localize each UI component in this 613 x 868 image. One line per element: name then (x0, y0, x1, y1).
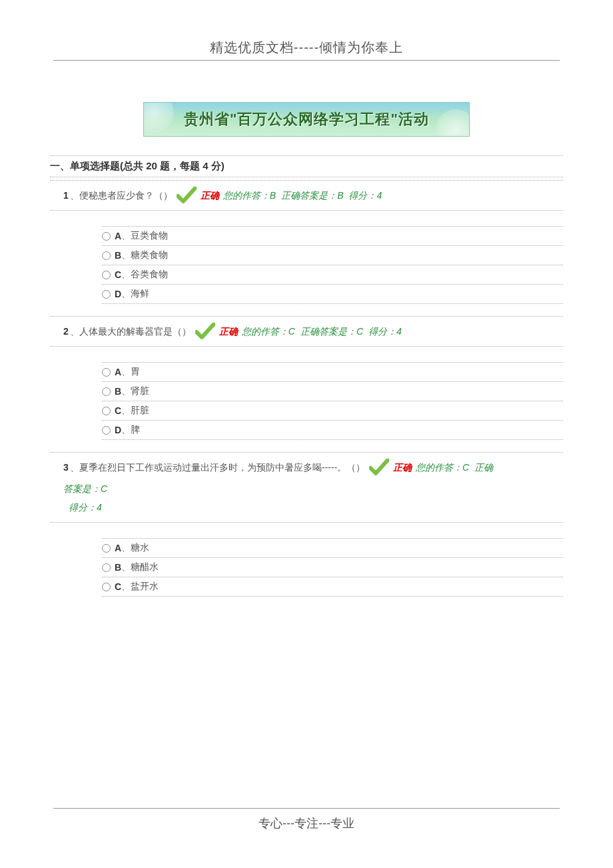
question-number: 3 (63, 458, 69, 477)
radio-icon[interactable] (102, 583, 111, 591)
option-text: 、糖醋水 (121, 561, 159, 573)
question-body: 、人体最大的解毒器官是（） (70, 322, 191, 341)
correct-label: 正确 (393, 458, 412, 477)
radio-icon[interactable] (102, 407, 111, 415)
correct-label: 正确 (201, 186, 219, 205)
header-divider (53, 60, 560, 61)
option-letter: C (115, 269, 121, 280)
correct-label: 正确 (219, 322, 238, 341)
content-area: 一、单项选择题(总共 20 题，每题 4 分) 1 、便秘患者应少食？（） 正确… (50, 155, 563, 597)
checkmark-icon (195, 323, 215, 340)
correct-answer: 正确答案是：C (301, 322, 363, 341)
option-text: 、盐开水 (121, 581, 159, 593)
options-list: A、豆类食物 B、糖类食物 C、谷类食物 D、海鲜 (102, 226, 563, 304)
page-footer: 专心---专注---专业 (0, 808, 613, 831)
option-text: 、脾 (121, 424, 140, 436)
option-a[interactable]: A、胃 (102, 362, 563, 382)
footer-divider (53, 808, 560, 809)
your-answer: 您的作答：C (242, 322, 295, 341)
option-text: 、糖类食物 (121, 249, 168, 261)
question-3: 3 、夏季在烈日下工作或运动过量出汗多时，为预防中暑应多喝-----。（） 正确… (50, 452, 563, 597)
question-number: 1 (63, 186, 69, 205)
correct-answer: 正确答案是：B (281, 186, 343, 205)
option-letter: B (115, 250, 121, 261)
banner-title: 贵州省"百万公众网络学习工程"活动 (184, 109, 429, 129)
option-letter: B (115, 386, 121, 397)
option-letter: A (115, 367, 121, 377)
option-text: 、糖水 (121, 542, 149, 554)
option-text: 、谷类食物 (121, 269, 168, 281)
checkmark-icon (177, 187, 197, 204)
option-text: 、肾脏 (121, 385, 149, 397)
radio-icon[interactable] (102, 387, 111, 396)
score: 得分：4 (69, 498, 102, 517)
your-answer: 您的作答：B (223, 186, 276, 205)
option-d[interactable]: D、海鲜 (102, 284, 563, 304)
option-letter: C (115, 581, 121, 592)
option-c[interactable]: C、谷类食物 (102, 265, 563, 285)
radio-icon[interactable] (102, 232, 111, 241)
option-text: 、肝脏 (121, 405, 149, 417)
option-letter: D (115, 425, 121, 435)
question-text: 1 、便秘患者应少食？（） 正确 您的作答：B 正确答案是：B 得分：4 (50, 180, 563, 211)
option-letter: A (115, 231, 121, 241)
option-b[interactable]: B、糖醋水 (102, 557, 563, 577)
option-text: 、海鲜 (121, 288, 149, 300)
option-a[interactable]: A、豆类食物 (102, 226, 563, 246)
option-text: 、豆类食物 (121, 230, 168, 242)
correct-answer-prefix: 正确 (474, 458, 493, 477)
radio-icon[interactable] (102, 426, 111, 435)
section-title: 一、单项选择题(总共 20 题，每题 4 分) (50, 155, 563, 177)
score: 得分：4 (348, 186, 382, 205)
option-c[interactable]: C、盐开水 (102, 577, 563, 597)
checkmark-icon (369, 459, 389, 476)
page-header: 精选优质文档-----倾情为你奉上 (0, 0, 613, 57)
option-b[interactable]: B、糖类食物 (102, 245, 563, 265)
question-body: 、便秘患者应少食？（） (70, 186, 173, 205)
radio-icon[interactable] (102, 290, 111, 299)
radio-icon[interactable] (102, 563, 111, 572)
activity-banner: 贵州省"百万公众网络学习工程"活动 (143, 102, 470, 137)
question-number: 2 (63, 322, 69, 341)
your-answer: 您的作答：C (416, 458, 469, 477)
question-body: 、夏季在烈日下工作或运动过量出汗多时，为预防中暑应多喝-----。（） (70, 458, 365, 477)
option-text: 、胃 (121, 366, 140, 378)
option-d[interactable]: D、脾 (102, 420, 563, 440)
radio-icon[interactable] (102, 271, 111, 279)
option-letter: A (115, 543, 121, 553)
radio-icon[interactable] (102, 251, 111, 260)
footer-text: 专心---专注---专业 (259, 817, 354, 830)
option-letter: C (115, 405, 121, 416)
correct-answer: 答案是：C (63, 479, 563, 498)
question-text: 3 、夏季在烈日下工作或运动过量出汗多时，为预防中暑应多喝-----。（） 正确… (50, 452, 563, 523)
radio-icon[interactable] (102, 544, 111, 553)
option-c[interactable]: C、肝脏 (102, 401, 563, 421)
score: 得分：4 (368, 322, 402, 341)
options-list: A、糖水 B、糖醋水 C、盐开水 (102, 538, 563, 597)
option-letter: B (115, 562, 121, 573)
question-1: 1 、便秘患者应少食？（） 正确 您的作答：B 正确答案是：B 得分：4 A、豆… (50, 180, 563, 304)
option-letter: D (115, 289, 121, 299)
radio-icon[interactable] (102, 368, 111, 377)
option-b[interactable]: B、肾脏 (102, 381, 563, 401)
question-text: 2 、人体最大的解毒器官是（） 正确 您的作答：C 正确答案是：C 得分：4 (50, 316, 563, 347)
option-a[interactable]: A、糖水 (102, 538, 563, 558)
question-2: 2 、人体最大的解毒器官是（） 正确 您的作答：C 正确答案是：C 得分：4 A… (50, 316, 563, 440)
options-list: A、胃 B、肾脏 C、肝脏 D、脾 (102, 362, 563, 440)
